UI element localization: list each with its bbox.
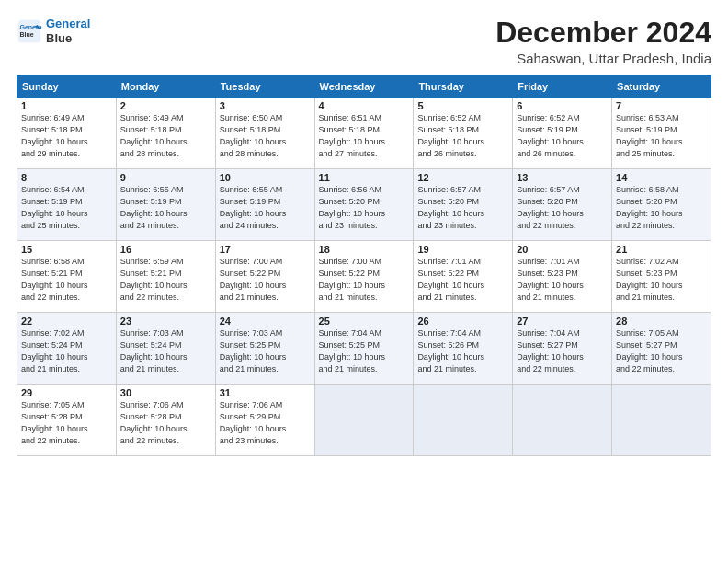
day-info: Sunrise: 7:02 AM Sunset: 5:24 PM Dayligh… [21, 327, 112, 375]
day-number: 11 [319, 172, 410, 183]
day-info: Sunrise: 7:04 AM Sunset: 5:25 PM Dayligh… [319, 327, 410, 375]
col-header-sunday: Sunday [17, 76, 117, 98]
day-number: 15 [21, 244, 112, 255]
day-info: Sunrise: 6:54 AM Sunset: 5:19 PM Dayligh… [21, 184, 112, 232]
week-row-1: 1Sunrise: 6:49 AM Sunset: 5:18 PM Daylig… [17, 98, 711, 169]
calendar-cell: 21Sunrise: 7:02 AM Sunset: 5:23 PM Dayli… [612, 241, 711, 313]
day-number: 6 [517, 100, 608, 111]
calendar-cell: 12Sunrise: 6:57 AM Sunset: 5:20 PM Dayli… [414, 169, 513, 241]
calendar-cell: 25Sunrise: 7:04 AM Sunset: 5:25 PM Dayli… [314, 313, 414, 385]
week-row-2: 8Sunrise: 6:54 AM Sunset: 5:19 PM Daylig… [17, 169, 711, 241]
calendar-cell: 6Sunrise: 6:52 AM Sunset: 5:19 PM Daylig… [513, 98, 612, 169]
day-info: Sunrise: 6:57 AM Sunset: 5:20 PM Dayligh… [417, 184, 508, 232]
day-number: 29 [21, 387, 112, 398]
day-info: Sunrise: 6:51 AM Sunset: 5:18 PM Dayligh… [319, 112, 410, 160]
day-info: Sunrise: 6:52 AM Sunset: 5:19 PM Dayligh… [517, 112, 608, 160]
day-number: 17 [220, 244, 311, 255]
logo-text: GeneralBlue [46, 17, 90, 45]
week-row-5: 29Sunrise: 7:05 AM Sunset: 5:28 PM Dayli… [17, 385, 711, 456]
day-number: 25 [319, 316, 410, 327]
day-info: Sunrise: 7:06 AM Sunset: 5:29 PM Dayligh… [220, 399, 311, 447]
calendar-cell: 17Sunrise: 7:00 AM Sunset: 5:22 PM Dayli… [215, 241, 314, 313]
day-info: Sunrise: 7:01 AM Sunset: 5:23 PM Dayligh… [517, 256, 608, 304]
day-number: 26 [417, 316, 508, 327]
day-number: 7 [616, 100, 707, 111]
header-row: SundayMondayTuesdayWednesdayThursdayFrid… [17, 76, 711, 98]
day-number: 5 [417, 100, 508, 111]
day-number: 10 [220, 172, 311, 183]
title-block: December 2024 Sahaswan, Uttar Pradesh, I… [495, 17, 711, 66]
day-number: 3 [220, 100, 311, 111]
day-info: Sunrise: 7:00 AM Sunset: 5:22 PM Dayligh… [319, 256, 410, 304]
day-info: Sunrise: 6:49 AM Sunset: 5:18 PM Dayligh… [120, 112, 211, 160]
day-info: Sunrise: 7:02 AM Sunset: 5:23 PM Dayligh… [616, 256, 707, 304]
week-row-3: 15Sunrise: 6:58 AM Sunset: 5:21 PM Dayli… [17, 241, 711, 313]
day-info: Sunrise: 6:52 AM Sunset: 5:18 PM Dayligh… [417, 112, 508, 160]
day-number: 28 [616, 316, 707, 327]
calendar-cell [612, 385, 711, 456]
day-info: Sunrise: 7:04 AM Sunset: 5:27 PM Dayligh… [517, 327, 608, 375]
calendar-cell: 28Sunrise: 7:05 AM Sunset: 5:27 PM Dayli… [612, 313, 711, 385]
day-number: 2 [120, 100, 211, 111]
day-number: 14 [616, 172, 707, 183]
logo-icon: General Blue [17, 18, 42, 44]
day-info: Sunrise: 7:03 AM Sunset: 5:24 PM Dayligh… [120, 327, 211, 375]
day-info: Sunrise: 7:04 AM Sunset: 5:26 PM Dayligh… [417, 327, 508, 375]
calendar-cell: 1Sunrise: 6:49 AM Sunset: 5:18 PM Daylig… [17, 98, 117, 169]
calendar-cell: 26Sunrise: 7:04 AM Sunset: 5:26 PM Dayli… [414, 313, 513, 385]
calendar-cell: 7Sunrise: 6:53 AM Sunset: 5:19 PM Daylig… [612, 98, 711, 169]
col-header-wednesday: Wednesday [314, 76, 414, 98]
day-info: Sunrise: 6:55 AM Sunset: 5:19 PM Dayligh… [220, 184, 311, 232]
calendar-cell: 3Sunrise: 6:50 AM Sunset: 5:18 PM Daylig… [215, 98, 314, 169]
day-number: 30 [120, 387, 211, 398]
location-title: Sahaswan, Uttar Pradesh, India [495, 51, 711, 66]
calendar-cell: 16Sunrise: 6:59 AM Sunset: 5:21 PM Dayli… [116, 241, 215, 313]
day-number: 12 [417, 172, 508, 183]
calendar-cell: 18Sunrise: 7:00 AM Sunset: 5:22 PM Dayli… [314, 241, 414, 313]
calendar-cell: 9Sunrise: 6:55 AM Sunset: 5:19 PM Daylig… [116, 169, 215, 241]
day-info: Sunrise: 6:57 AM Sunset: 5:20 PM Dayligh… [517, 184, 608, 232]
calendar-cell: 30Sunrise: 7:06 AM Sunset: 5:28 PM Dayli… [116, 385, 215, 456]
day-number: 13 [517, 172, 608, 183]
calendar-cell: 31Sunrise: 7:06 AM Sunset: 5:29 PM Dayli… [215, 385, 314, 456]
day-number: 23 [120, 316, 211, 327]
col-header-tuesday: Tuesday [215, 76, 314, 98]
day-info: Sunrise: 7:01 AM Sunset: 5:22 PM Dayligh… [417, 256, 508, 304]
col-header-saturday: Saturday [612, 76, 711, 98]
day-info: Sunrise: 6:49 AM Sunset: 5:18 PM Dayligh… [21, 112, 112, 160]
day-info: Sunrise: 7:00 AM Sunset: 5:22 PM Dayligh… [220, 256, 311, 304]
day-number: 18 [319, 244, 410, 255]
day-info: Sunrise: 7:05 AM Sunset: 5:27 PM Dayligh… [616, 327, 707, 375]
calendar-cell: 13Sunrise: 6:57 AM Sunset: 5:20 PM Dayli… [513, 169, 612, 241]
day-number: 21 [616, 244, 707, 255]
day-number: 24 [220, 316, 311, 327]
calendar-cell: 4Sunrise: 6:51 AM Sunset: 5:18 PM Daylig… [314, 98, 414, 169]
day-number: 9 [120, 172, 211, 183]
calendar-cell: 24Sunrise: 7:03 AM Sunset: 5:25 PM Dayli… [215, 313, 314, 385]
day-number: 1 [21, 100, 112, 111]
day-info: Sunrise: 7:05 AM Sunset: 5:28 PM Dayligh… [21, 399, 112, 447]
day-number: 20 [517, 244, 608, 255]
calendar-cell: 19Sunrise: 7:01 AM Sunset: 5:22 PM Dayli… [414, 241, 513, 313]
day-number: 19 [417, 244, 508, 255]
calendar-cell [414, 385, 513, 456]
day-info: Sunrise: 6:53 AM Sunset: 5:19 PM Dayligh… [616, 112, 707, 160]
day-info: Sunrise: 6:56 AM Sunset: 5:20 PM Dayligh… [319, 184, 410, 232]
col-header-friday: Friday [513, 76, 612, 98]
day-number: 27 [517, 316, 608, 327]
calendar-cell: 23Sunrise: 7:03 AM Sunset: 5:24 PM Dayli… [116, 313, 215, 385]
calendar-cell: 22Sunrise: 7:02 AM Sunset: 5:24 PM Dayli… [17, 313, 117, 385]
month-title: December 2024 [495, 17, 711, 49]
header: General Blue GeneralBlue December 2024 S… [17, 17, 711, 66]
day-number: 4 [319, 100, 410, 111]
calendar-cell: 10Sunrise: 6:55 AM Sunset: 5:19 PM Dayli… [215, 169, 314, 241]
day-number: 8 [21, 172, 112, 183]
calendar-cell: 5Sunrise: 6:52 AM Sunset: 5:18 PM Daylig… [414, 98, 513, 169]
col-header-monday: Monday [116, 76, 215, 98]
calendar-cell: 20Sunrise: 7:01 AM Sunset: 5:23 PM Dayli… [513, 241, 612, 313]
calendar-table: SundayMondayTuesdayWednesdayThursdayFrid… [17, 75, 711, 456]
day-info: Sunrise: 6:58 AM Sunset: 5:21 PM Dayligh… [21, 256, 112, 304]
day-info: Sunrise: 6:58 AM Sunset: 5:20 PM Dayligh… [616, 184, 707, 232]
day-info: Sunrise: 6:50 AM Sunset: 5:18 PM Dayligh… [220, 112, 311, 160]
day-info: Sunrise: 7:06 AM Sunset: 5:28 PM Dayligh… [120, 399, 211, 447]
